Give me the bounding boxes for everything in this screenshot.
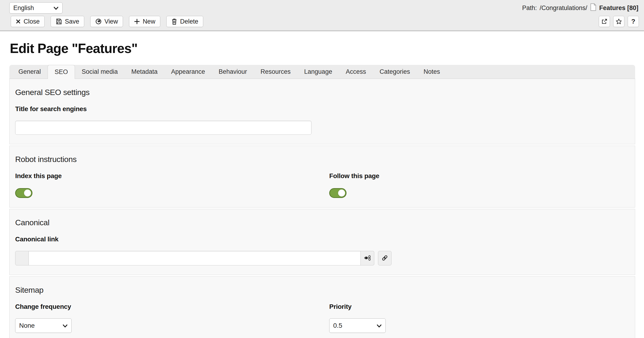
change-frequency-value: None [19,322,35,329]
tab-metadata[interactable]: Metadata [124,65,164,79]
canonical-link-input[interactable] [28,251,361,265]
tab-bar: General SEO Social media Metadata Appear… [9,65,635,79]
top-toolbar: English Path: /Congratulations/ Features… [0,0,644,31]
canonical-link-thumbnail [15,251,29,265]
section-general-seo-settings: General SEO settings Title for search en… [9,79,635,144]
language-select[interactable]: English [9,2,62,14]
canonical-link-label: Canonical link [15,235,629,243]
help-button[interactable]: ? [628,16,639,27]
toggle-knob [338,190,345,197]
chevron-down-icon [54,5,58,12]
tab-notes[interactable]: Notes [417,65,447,79]
tab-resources[interactable]: Resources [254,65,297,79]
save-icon [56,18,62,25]
follow-this-page-label: Follow this page [329,172,629,180]
change-frequency-label: Change frequency [15,303,322,310]
tab-language[interactable]: Language [298,65,339,79]
path-label: Path: [522,5,537,12]
priority-label: Priority [329,303,629,310]
close-icon [16,19,21,24]
section-sitemap: Sitemap Change frequency None Priority 0… [9,276,635,338]
new-button[interactable]: New [129,16,160,27]
breadcrumb: Path: /Congratulations/ Features [80] [522,3,639,13]
external-link-icon [601,19,607,25]
change-frequency-select[interactable]: None [15,318,72,333]
tab-categories[interactable]: Categories [373,65,417,79]
current-page-name: Features [80] [599,5,638,12]
chevron-down-icon [376,322,382,329]
section-heading: Canonical [15,218,629,227]
eye-link-icon [364,254,371,262]
tab-access[interactable]: Access [339,65,373,79]
index-this-page-label: Index this page [15,172,322,180]
language-select-value: English [13,5,34,12]
page-doc-icon [590,3,596,13]
link-button[interactable] [378,251,392,265]
view-button[interactable]: View [90,16,123,27]
question-mark-icon: ? [631,18,635,25]
tab-social-media[interactable]: Social media [75,65,124,79]
tab-general[interactable]: General [12,65,48,79]
priority-select[interactable]: 0.5 [329,318,386,333]
follow-this-page-toggle[interactable] [329,188,346,198]
header-icon-buttons: ? [599,16,639,27]
chevron-down-icon [62,322,68,329]
canonical-link-group [15,251,629,265]
eye-icon [95,18,102,25]
page-title: Edit Page "Features" [10,41,635,56]
title-for-search-engines-label: Title for search engines [15,105,629,113]
open-in-new-window-button[interactable] [599,16,610,27]
section-heading: Sitemap [15,285,629,294]
preview-link-button[interactable] [361,251,374,265]
tab-behaviour[interactable]: Behaviour [212,65,254,79]
main-content: Edit Page "Features" General SEO Social … [0,41,644,338]
trash-icon [171,18,177,25]
tab-seo[interactable]: SEO [48,65,75,79]
action-toolbar: Close Save View New [11,16,203,27]
section-heading: General SEO settings [15,88,629,97]
section-robot-instructions: Robot instructions Index this page Follo… [9,146,635,207]
priority-value: 0.5 [333,322,342,329]
save-button[interactable]: Save [51,16,84,27]
tab-appearance[interactable]: Appearance [164,65,212,79]
delete-button[interactable]: Delete [166,16,203,27]
title-for-search-engines-input[interactable] [15,121,312,135]
section-heading: Robot instructions [15,155,629,164]
favorite-button[interactable] [613,16,624,27]
star-icon [616,18,622,25]
close-button[interactable]: Close [11,16,44,27]
toggle-knob [24,190,31,197]
link-icon [381,254,388,262]
path-value: /Congratulations/ [540,5,587,12]
section-canonical: Canonical Canonical link [9,209,635,275]
index-this-page-toggle[interactable] [15,188,32,198]
plus-icon [134,19,140,25]
